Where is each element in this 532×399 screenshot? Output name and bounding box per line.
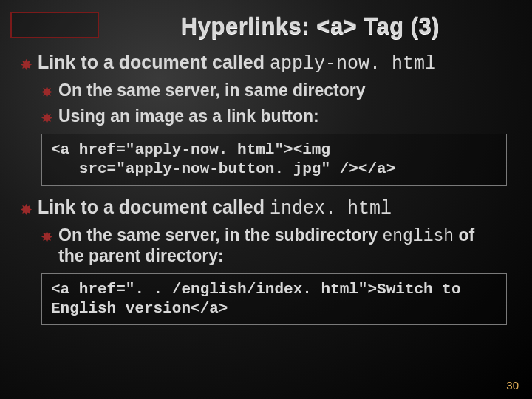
logo-placeholder (10, 12, 99, 38)
bullet-text-code: english (382, 227, 454, 246)
bullet-same-server-dir: ✸ On the same server, in same directory (41, 81, 511, 100)
bullet-text: Link to a document called apply-now. htm… (38, 52, 436, 75)
content-body: ✸ Link to a document called apply-now. h… (21, 52, 511, 325)
bullet-subdir-english: ✸ On the same server, in the subdirector… (41, 225, 511, 266)
starburst-icon: ✸ (41, 112, 52, 125)
starburst-icon: ✸ (41, 86, 52, 99)
bullet-text-code: apply-now. html (270, 53, 436, 75)
starburst-icon: ✸ (21, 203, 32, 216)
bullet-text: Link to a document called index. html (38, 197, 392, 219)
bullet-text: On the same server, in same directory (58, 81, 365, 100)
bullet-text: Using an image as a link button: (58, 106, 319, 126)
slide: Hyperlinks: <a> Tag (3) ✸ Link to a docu… (0, 0, 532, 399)
bullet-text-code: index. html (270, 198, 392, 219)
bullet-text-line2: the parent directory: (58, 246, 474, 266)
bullet-link-apply: ✸ Link to a document called apply-now. h… (21, 52, 511, 75)
bullet-text: On the same server, in the subdirectory … (58, 225, 474, 266)
code-block-index: <a href=". . /english/index. html">Switc… (41, 273, 507, 326)
page-number: 30 (506, 379, 519, 392)
bullet-image-as-link: ✸ Using an image as a link button: (41, 106, 511, 126)
bullet-text-plain: Link to a document called (38, 52, 270, 72)
bullet-text-plain: Link to a document called (38, 197, 270, 217)
starburst-icon: ✸ (41, 231, 52, 244)
starburst-icon: ✸ (21, 58, 32, 72)
bullet-text-plain: On the same server, in the subdirectory (58, 225, 382, 245)
bullet-text-plain2: of (454, 225, 474, 245)
code-block-apply: <a href="apply-now. html"><img src="appl… (41, 134, 507, 186)
bullet-link-index: ✸ Link to a document called index. html (21, 197, 511, 219)
